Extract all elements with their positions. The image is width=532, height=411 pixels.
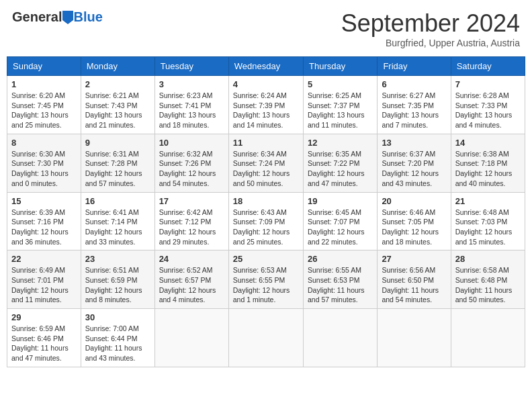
day-number: 26: [308, 254, 373, 264]
calendar-cell: [451, 309, 525, 367]
day-info: Sunrise: 6:42 AM Sunset: 7:12 PM Dayligh…: [159, 208, 224, 247]
day-number: 24: [159, 254, 224, 264]
page-header: General Blue September 2024 Burgfried, U…: [7, 7, 525, 51]
calendar-week-row: 22Sunrise: 6:49 AM Sunset: 7:01 PM Dayli…: [7, 250, 525, 309]
day-info: Sunrise: 6:31 AM Sunset: 7:28 PM Dayligh…: [85, 149, 150, 189]
calendar-cell: 28Sunrise: 6:58 AM Sunset: 6:48 PM Dayli…: [451, 250, 525, 309]
calendar-cell: 30Sunrise: 7:00 AM Sunset: 6:44 PM Dayli…: [81, 309, 154, 367]
column-header-friday: Friday: [378, 57, 451, 76]
day-info: Sunrise: 6:46 AM Sunset: 7:05 PM Dayligh…: [382, 208, 446, 247]
calendar-cell: [378, 309, 451, 367]
column-header-tuesday: Tuesday: [154, 57, 228, 76]
calendar-cell: 11Sunrise: 6:34 AM Sunset: 7:24 PM Dayli…: [228, 134, 303, 192]
logo: General Blue: [12, 9, 103, 25]
day-number: 4: [233, 79, 299, 89]
day-number: 3: [159, 79, 224, 89]
day-info: Sunrise: 6:49 AM Sunset: 7:01 PM Dayligh…: [11, 265, 77, 305]
logo-blue-text: Blue: [73, 9, 102, 25]
calendar-table: SundayMondayTuesdayWednesdayThursdayFrid…: [7, 56, 525, 367]
calendar-cell: 24Sunrise: 6:52 AM Sunset: 6:57 PM Dayli…: [154, 250, 228, 309]
day-number: 30: [85, 312, 150, 322]
calendar-header-row: SundayMondayTuesdayWednesdayThursdayFrid…: [7, 57, 525, 76]
day-info: Sunrise: 6:41 AM Sunset: 7:14 PM Dayligh…: [85, 208, 150, 247]
day-number: 21: [455, 196, 521, 206]
day-number: 1: [11, 79, 77, 89]
day-info: Sunrise: 6:24 AM Sunset: 7:39 PM Dayligh…: [233, 91, 299, 130]
column-header-wednesday: Wednesday: [228, 57, 303, 76]
day-number: 29: [11, 312, 77, 322]
column-header-sunday: Sunday: [7, 57, 81, 76]
calendar-cell: 19Sunrise: 6:45 AM Sunset: 7:07 PM Dayli…: [303, 192, 377, 250]
day-number: 18: [233, 196, 299, 206]
day-info: Sunrise: 6:23 AM Sunset: 7:41 PM Dayligh…: [159, 91, 224, 130]
day-number: 8: [11, 138, 77, 148]
calendar-cell: 23Sunrise: 6:51 AM Sunset: 6:59 PM Dayli…: [81, 250, 154, 309]
day-number: 11: [233, 138, 299, 148]
calendar-cell: 12Sunrise: 6:35 AM Sunset: 7:22 PM Dayli…: [303, 134, 377, 192]
calendar-cell: 18Sunrise: 6:43 AM Sunset: 7:09 PM Dayli…: [228, 192, 303, 250]
calendar-cell: 7Sunrise: 6:28 AM Sunset: 7:33 PM Daylig…: [451, 76, 525, 134]
calendar-cell: 2Sunrise: 6:21 AM Sunset: 7:43 PM Daylig…: [81, 76, 154, 134]
day-info: Sunrise: 6:51 AM Sunset: 6:59 PM Dayligh…: [85, 265, 150, 305]
calendar-week-row: 8Sunrise: 6:30 AM Sunset: 7:30 PM Daylig…: [7, 134, 525, 192]
logo-icon: [62, 11, 73, 24]
day-info: Sunrise: 6:28 AM Sunset: 7:33 PM Dayligh…: [455, 91, 521, 130]
day-info: Sunrise: 6:45 AM Sunset: 7:07 PM Dayligh…: [308, 208, 373, 247]
day-info: Sunrise: 6:39 AM Sunset: 7:16 PM Dayligh…: [11, 208, 77, 247]
day-info: Sunrise: 6:52 AM Sunset: 6:57 PM Dayligh…: [159, 265, 224, 305]
day-number: 5: [308, 79, 373, 89]
day-info: Sunrise: 7:00 AM Sunset: 6:44 PM Dayligh…: [85, 324, 150, 363]
calendar-cell: 13Sunrise: 6:37 AM Sunset: 7:20 PM Dayli…: [378, 134, 451, 192]
calendar-cell: 21Sunrise: 6:48 AM Sunset: 7:03 PM Dayli…: [451, 192, 525, 250]
calendar-cell: 10Sunrise: 6:32 AM Sunset: 7:26 PM Dayli…: [154, 134, 228, 192]
day-number: 10: [159, 138, 224, 148]
calendar-cell: 26Sunrise: 6:55 AM Sunset: 6:53 PM Dayli…: [303, 250, 377, 309]
calendar-cell: 27Sunrise: 6:56 AM Sunset: 6:50 PM Dayli…: [378, 250, 451, 309]
day-number: 19: [308, 196, 373, 206]
day-number: 12: [308, 138, 373, 148]
calendar-cell: 3Sunrise: 6:23 AM Sunset: 7:41 PM Daylig…: [154, 76, 228, 134]
calendar-week-row: 29Sunrise: 6:59 AM Sunset: 6:46 PM Dayli…: [7, 309, 525, 367]
day-number: 27: [382, 254, 446, 264]
day-info: Sunrise: 6:55 AM Sunset: 6:53 PM Dayligh…: [308, 265, 373, 305]
calendar-cell: 9Sunrise: 6:31 AM Sunset: 7:28 PM Daylig…: [81, 134, 154, 192]
day-info: Sunrise: 6:20 AM Sunset: 7:45 PM Dayligh…: [11, 91, 77, 130]
day-info: Sunrise: 6:59 AM Sunset: 6:46 PM Dayligh…: [11, 324, 77, 363]
day-info: Sunrise: 6:56 AM Sunset: 6:50 PM Dayligh…: [382, 265, 446, 305]
calendar-cell: 22Sunrise: 6:49 AM Sunset: 7:01 PM Dayli…: [7, 250, 81, 309]
day-info: Sunrise: 6:27 AM Sunset: 7:35 PM Dayligh…: [382, 91, 446, 130]
day-number: 13: [382, 138, 446, 148]
calendar-cell: 5Sunrise: 6:25 AM Sunset: 7:37 PM Daylig…: [303, 76, 377, 134]
day-number: 2: [85, 79, 150, 89]
logo-general-text: General: [12, 9, 62, 25]
day-info: Sunrise: 6:38 AM Sunset: 7:18 PM Dayligh…: [455, 149, 521, 189]
calendar-week-row: 1Sunrise: 6:20 AM Sunset: 7:45 PM Daylig…: [7, 76, 525, 134]
day-number: 9: [85, 138, 150, 148]
day-number: 7: [455, 79, 521, 89]
day-info: Sunrise: 6:25 AM Sunset: 7:37 PM Dayligh…: [308, 91, 373, 130]
day-info: Sunrise: 6:21 AM Sunset: 7:43 PM Dayligh…: [85, 91, 150, 130]
day-info: Sunrise: 6:48 AM Sunset: 7:03 PM Dayligh…: [455, 208, 521, 247]
day-number: 28: [455, 254, 521, 264]
calendar-cell: 17Sunrise: 6:42 AM Sunset: 7:12 PM Dayli…: [154, 192, 228, 250]
day-number: 14: [455, 138, 521, 148]
calendar-week-row: 15Sunrise: 6:39 AM Sunset: 7:16 PM Dayli…: [7, 192, 525, 250]
day-number: 23: [85, 254, 150, 264]
calendar-cell: 8Sunrise: 6:30 AM Sunset: 7:30 PM Daylig…: [7, 134, 81, 192]
day-number: 17: [159, 196, 224, 206]
day-number: 6: [382, 79, 446, 89]
svg-marker-0: [62, 11, 73, 24]
calendar-cell: 20Sunrise: 6:46 AM Sunset: 7:05 PM Dayli…: [378, 192, 451, 250]
day-info: Sunrise: 6:58 AM Sunset: 6:48 PM Dayligh…: [455, 265, 521, 305]
day-info: Sunrise: 6:53 AM Sunset: 6:55 PM Dayligh…: [233, 265, 299, 305]
day-info: Sunrise: 6:34 AM Sunset: 7:24 PM Dayligh…: [233, 149, 299, 189]
calendar-cell: [303, 309, 377, 367]
title-section: September 2024 Burgfried, Upper Austria,…: [341, 9, 520, 48]
column-header-thursday: Thursday: [303, 57, 377, 76]
calendar-cell: 15Sunrise: 6:39 AM Sunset: 7:16 PM Dayli…: [7, 192, 81, 250]
column-header-saturday: Saturday: [451, 57, 525, 76]
day-number: 16: [85, 196, 150, 206]
day-number: 15: [11, 196, 77, 206]
calendar-cell: 1Sunrise: 6:20 AM Sunset: 7:45 PM Daylig…: [7, 76, 81, 134]
calendar-cell: 25Sunrise: 6:53 AM Sunset: 6:55 PM Dayli…: [228, 250, 303, 309]
